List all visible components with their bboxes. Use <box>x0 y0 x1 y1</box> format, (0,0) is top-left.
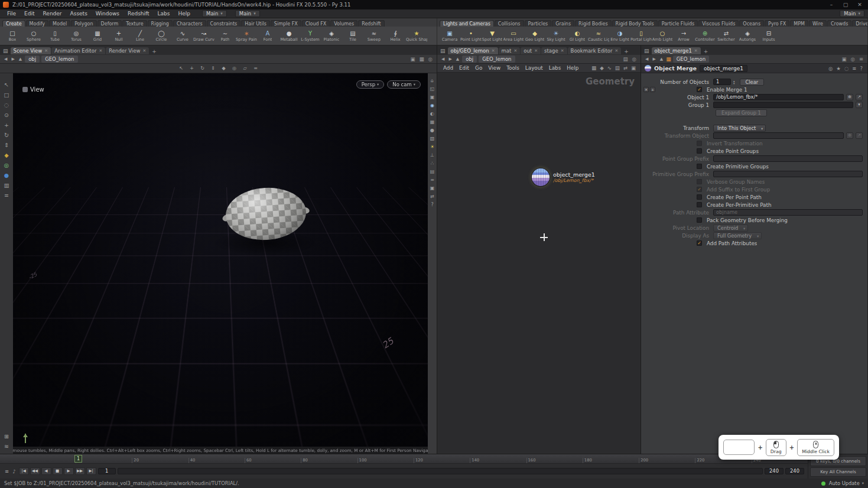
pane-menu-icon[interactable]: ▤ <box>643 48 651 54</box>
multiparm-remove-button[interactable]: ✕ <box>643 87 649 92</box>
add-suffix-to-first-group-checkbox[interactable]: ✓ <box>697 187 702 192</box>
primitive-group-prefix-input[interactable] <box>713 171 863 177</box>
tab-close-icon[interactable]: ✕ <box>99 48 102 53</box>
dependency-links-icon[interactable]: ⇄ <box>622 65 629 71</box>
shelf-tab-characters[interactable]: Characters <box>173 20 206 27</box>
group-1-input[interactable] <box>713 102 853 108</box>
tool-sphere[interactable]: ○Sphere <box>23 30 44 42</box>
menu-labs[interactable]: Labs <box>154 11 174 17</box>
tab-close-icon[interactable]: ✕ <box>561 48 564 53</box>
create-per-point-path-checkbox[interactable] <box>697 194 702 200</box>
menu-windows[interactable]: Windows <box>92 11 123 17</box>
search-icon[interactable]: ◌ <box>843 66 850 71</box>
lemon-model[interactable] <box>224 186 308 243</box>
tool-autorigs[interactable]: ◈Autorigs <box>737 30 758 42</box>
network-canvas[interactable]: Geometry object_merge1 /obj/Lemon_fbx/* <box>437 73 641 454</box>
path-chip-obj[interactable]: obj <box>462 56 477 63</box>
favorites-icon[interactable]: ★ <box>835 66 842 71</box>
step-back-button[interactable]: ◀ <box>41 467 51 475</box>
shelf-tab-hair-utils[interactable]: Hair Utils <box>241 20 270 27</box>
clear-button[interactable]: Clear <box>740 79 765 86</box>
new-tab-button[interactable]: + <box>149 48 159 54</box>
playbar-menu-icon[interactable]: ≡ <box>4 469 10 474</box>
tool-circle[interactable]: ◯Circle <box>151 30 172 42</box>
up-button[interactable]: ▲ <box>18 57 23 61</box>
menu-redshift[interactable]: Redshift <box>124 11 153 17</box>
tool-area-light[interactable]: ▭Area Light <box>503 30 524 42</box>
netmenu-add[interactable]: Add <box>441 65 456 71</box>
tab-close-icon[interactable]: ✕ <box>694 48 698 53</box>
expand-group-1-button[interactable]: Expand Group 1 <box>716 109 767 116</box>
move-icon[interactable]: + <box>2 122 11 129</box>
network-overview-icon[interactable]: ▣ <box>630 65 637 71</box>
tool-switcher[interactable]: ⇄Switcher <box>716 30 737 42</box>
shelf-tab-create[interactable]: Create <box>2 20 25 27</box>
scale-icon[interactable]: ⇕ <box>209 66 217 71</box>
spin-down-icon[interactable]: ▾ <box>733 82 735 84</box>
back-button[interactable]: ◀ <box>644 57 649 61</box>
forward-button[interactable]: ▶ <box>447 57 453 61</box>
menu-help[interactable]: Help <box>175 11 194 17</box>
maximize-button[interactable]: ▢ <box>840 2 851 8</box>
tab-out[interactable]: out✕ <box>521 47 541 54</box>
normals-icon[interactable]: ⊥ <box>428 152 436 158</box>
rotate-icon[interactable]: ↻ <box>199 66 206 71</box>
no-cam-button[interactable]: No cam <box>387 80 421 89</box>
shelf-tab-crowds[interactable]: Crowds <box>827 20 851 27</box>
auto-update-selector[interactable]: Auto Update <box>829 480 864 486</box>
shelf-tab-pyro-fx[interactable]: Pyro FX <box>765 20 789 27</box>
object-1-input[interactable]: /obj/Lemon_fbx/* <box>713 94 844 100</box>
up-button[interactable]: ▲ <box>659 57 664 61</box>
pose-icon[interactable]: ◆ <box>2 152 11 159</box>
display-options-icon[interactable]: ⊞ <box>2 433 11 440</box>
verbose-group-names-checkbox[interactable] <box>697 179 702 184</box>
frame-all-icon[interactable]: ◱ <box>428 86 436 92</box>
tool-arrow[interactable]: →Arrow <box>673 30 694 42</box>
tab-render-view[interactable]: Render View✕ <box>106 47 149 54</box>
select-icon[interactable]: ↖ <box>2 82 11 89</box>
netmenu-labs[interactable]: Labs <box>547 65 563 71</box>
tab-close-icon[interactable]: ✕ <box>142 48 146 53</box>
tab-bookmark-editor[interactable]: Bookmark Editor✕ <box>568 47 622 54</box>
tool-platonic[interactable]: ◈Platonic <box>321 30 342 42</box>
points-display-icon[interactable]: ∴ <box>428 161 436 167</box>
tool-sweep[interactable]: ≈Sweep <box>363 30 385 42</box>
shelf-tab-rigid-body-tools[interactable]: Rigid Body Tools <box>612 20 658 27</box>
global-end-field[interactable]: 240 <box>785 468 804 474</box>
color-palette-icon[interactable]: ▦ <box>590 65 597 71</box>
step-forward-button[interactable]: ▶▶ <box>75 467 85 475</box>
tool-l-system[interactable]: YL-System <box>300 30 321 42</box>
tool-spray-paint[interactable]: ∗Spray Paint <box>236 30 257 42</box>
menu-assets[interactable]: Assets <box>67 11 91 17</box>
snap-icon[interactable]: ◎ <box>2 162 11 169</box>
pin-params-icon[interactable]: ◎ <box>849 56 856 62</box>
create-per-primitive-path-checkbox[interactable] <box>697 202 702 207</box>
enable-merge-1-checkbox[interactable]: ✓ <box>697 87 702 92</box>
tool-tile[interactable]: ▤Tile <box>342 30 363 42</box>
path-chip-obj[interactable]: obj <box>25 56 40 63</box>
state-options-icon[interactable]: ≡ <box>2 192 11 199</box>
new-tab-button[interactable]: + <box>701 48 711 54</box>
shelf-tab-constraints[interactable]: Constraints <box>207 20 241 27</box>
tool-controller[interactable]: ⊕Controller <box>694 30 716 42</box>
jump-end-button[interactable]: ▶| <box>86 467 96 475</box>
tab-stage[interactable]: stage✕ <box>541 47 567 54</box>
jump-to-node-icon[interactable]: ◎ <box>827 66 834 71</box>
persp-button[interactable]: Persp <box>356 80 385 89</box>
create-primitive-groups-checkbox[interactable] <box>697 164 702 169</box>
stop-button[interactable]: ■ <box>53 467 63 475</box>
netmenu-go[interactable]: Go <box>473 65 485 71</box>
range-end-field[interactable]: 240 <box>765 468 784 474</box>
path-chip-geo-lemon[interactable]: GEO_lemon <box>673 56 709 63</box>
netmenu-tools[interactable]: Tools <box>504 65 522 71</box>
pin-icon[interactable]: ◎ <box>631 56 638 62</box>
tool-helix[interactable]: ∮Helix <box>385 30 406 42</box>
shelf-tab-volumes[interactable]: Volumes <box>330 20 357 27</box>
node-chooser-button[interactable]: ⊕ <box>846 132 853 139</box>
params-menu-icon[interactable]: ≡ <box>858 56 864 62</box>
gear-icon[interactable]: ≡ <box>851 66 857 71</box>
radial-menu-selector[interactable]: Main <box>840 10 864 17</box>
netmenu-help[interactable]: Help <box>564 65 581 71</box>
prev-key-button[interactable]: ◀◀ <box>30 467 40 475</box>
transform-select[interactable]: Into This Object <box>713 125 766 132</box>
